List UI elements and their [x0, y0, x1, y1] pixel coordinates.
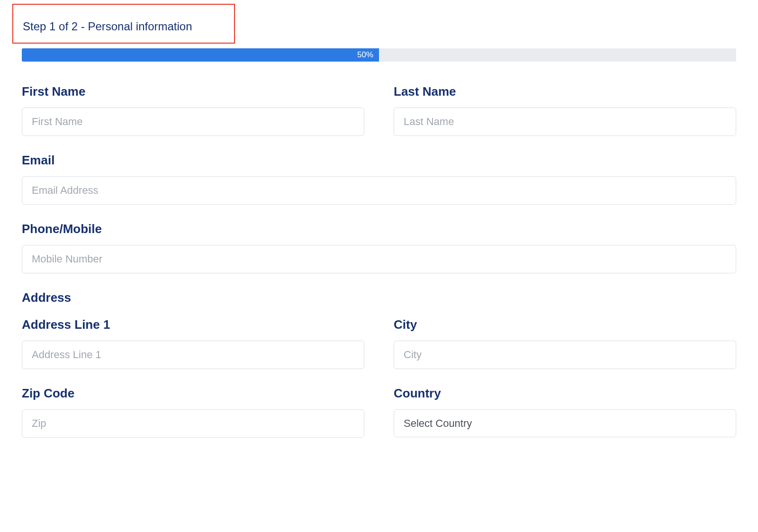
city-label: City: [394, 317, 736, 332]
step-header-box: Step 1 of 2 - Personal information: [12, 4, 235, 44]
progress-bar-fill: 50%: [22, 48, 379, 62]
first-name-group: First Name: [22, 84, 364, 136]
email-input[interactable]: [22, 176, 736, 205]
phone-input[interactable]: [22, 245, 736, 273]
last-name-input[interactable]: [394, 108, 736, 136]
progress-percent-label: 50%: [357, 50, 373, 60]
country-group: Country Select Country: [394, 386, 736, 438]
address-section-label: Address: [22, 290, 736, 305]
phone-label: Phone/Mobile: [22, 222, 736, 236]
zip-code-group: Zip Code: [22, 386, 364, 438]
phone-group: Phone/Mobile: [22, 222, 736, 273]
step-title: Step 1 of 2 - Personal information: [23, 20, 225, 33]
zip-code-input[interactable]: [22, 409, 364, 438]
first-name-label: First Name: [22, 84, 364, 99]
city-group: City: [394, 317, 736, 369]
address-line1-input[interactable]: [22, 341, 364, 369]
country-label: Country: [394, 386, 736, 401]
zip-code-label: Zip Code: [22, 386, 364, 401]
address-line1-group: Address Line 1: [22, 317, 364, 369]
address-line1-label: Address Line 1: [22, 317, 364, 332]
last-name-label: Last Name: [394, 84, 736, 99]
email-label: Email: [22, 153, 736, 168]
email-group: Email: [22, 153, 736, 205]
first-name-input[interactable]: [22, 108, 364, 136]
last-name-group: Last Name: [394, 84, 736, 136]
country-select[interactable]: Select Country: [394, 409, 736, 437]
progress-bar-track: 50%: [22, 48, 736, 62]
city-input[interactable]: [394, 341, 736, 369]
